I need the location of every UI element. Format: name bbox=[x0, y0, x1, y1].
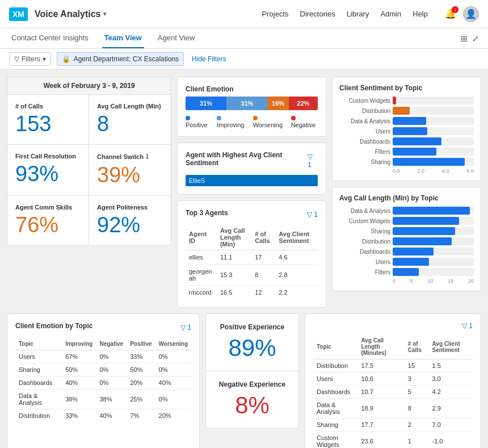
topic-2: Sharing bbox=[15, 363, 62, 376]
metric-avg-call-length: Avg Call Length (Min) 8 bbox=[89, 95, 171, 145]
bar-track-f bbox=[393, 148, 474, 156]
ts-len-5: 17.7 bbox=[357, 418, 404, 432]
metric-avg-call-label: Avg Call Length (Min) bbox=[97, 103, 163, 110]
emotion-bar: 31% 31% 16% 22% bbox=[186, 97, 318, 110]
ts-len-1: 17.5 bbox=[357, 359, 404, 372]
nav-help[interactable]: Help bbox=[413, 10, 428, 18]
notifications-bell[interactable]: 🔔 1 bbox=[445, 9, 456, 19]
subnav-team-view[interactable]: Team View bbox=[102, 28, 144, 48]
xm-logo: XM bbox=[9, 7, 28, 21]
nav-directories[interactable]: Directories bbox=[300, 10, 335, 18]
bar-label-da: Data & Analysis bbox=[339, 118, 390, 124]
bar-fill-sharing-call bbox=[393, 227, 455, 235]
grid-icon[interactable]: ⊞ bbox=[461, 34, 468, 43]
top-agents-header: Top 3 Agents ▽ 1 bbox=[186, 209, 318, 220]
table-row: Data & Analysis 38% 38% 25% 0% bbox=[15, 390, 191, 409]
bar-track-cw-call bbox=[393, 217, 474, 225]
legend-positive: Positive bbox=[186, 115, 210, 128]
bar-track-filters-call bbox=[393, 268, 474, 276]
topic-summary-filter[interactable]: ▽ 1 bbox=[462, 322, 473, 330]
bar-label-db-call: Dashboards bbox=[339, 249, 390, 255]
filter-funnel-icon: ▽ bbox=[14, 55, 19, 63]
top-dashboard: Week of February 3 - 9, 2019 # of Calls … bbox=[7, 77, 481, 308]
negative-exp-title: Negative Experience bbox=[215, 380, 289, 388]
bar-fill-u bbox=[393, 127, 427, 135]
subnav-contact-center[interactable]: Contact Center Insights bbox=[9, 28, 91, 48]
ts-sent-6: -1.0 bbox=[429, 432, 473, 449]
left-metrics-panel: Week of February 3 - 9, 2019 # of Calls … bbox=[7, 77, 171, 308]
middle-panel: Client Emotion 31% 31% 16% 22% Positive … bbox=[177, 77, 326, 308]
ts-col-avg-len: Avg Call Length (Minutes) bbox=[357, 334, 404, 359]
metric-calls-label: # of Calls bbox=[15, 103, 81, 110]
bar-fill-cw-call bbox=[393, 217, 459, 225]
nav-projects[interactable]: Projects bbox=[262, 10, 289, 18]
metric-politeness-value: 92% bbox=[97, 213, 163, 237]
bar-track-dist bbox=[393, 107, 474, 115]
bar-track-da bbox=[393, 117, 474, 125]
top-agents-card: Top 3 Agents ▽ 1 Agent ID Avg Call Lengt… bbox=[177, 200, 326, 308]
emotion-by-topic-filter[interactable]: ▽ 1 bbox=[180, 324, 191, 332]
sentiment-2: 2.8 bbox=[275, 265, 318, 286]
agent-sentiment-filter[interactable]: ▽ 1 bbox=[308, 153, 318, 169]
improving-5: 33% bbox=[62, 409, 96, 422]
metric-first-call-label: First Call Resolution bbox=[15, 153, 81, 160]
improving-3: 40% bbox=[62, 376, 96, 390]
ts-calls-5: 2 bbox=[405, 418, 429, 432]
bar-label-f: Filters bbox=[339, 149, 390, 155]
improving-4: 38% bbox=[62, 390, 96, 409]
bar-cw-call: Custom Widgets bbox=[339, 217, 474, 225]
improving-1: 67% bbox=[62, 350, 96, 363]
metric-channel-label: Channel Switch ℹ bbox=[97, 153, 163, 161]
avg-len-1: 11.1 bbox=[217, 250, 251, 265]
app-title-text: Voice Analytics bbox=[35, 9, 101, 19]
top-agents-filter[interactable]: ▽ 1 bbox=[307, 211, 318, 219]
bar-users: Users bbox=[339, 127, 474, 135]
negative-2: 0% bbox=[96, 363, 127, 376]
negative-4: 38% bbox=[96, 390, 127, 409]
bar-distribution: Distribution bbox=[339, 107, 474, 115]
metric-first-call: First Call Resolution 93% bbox=[7, 145, 89, 196]
nav-library[interactable]: Library bbox=[347, 10, 369, 18]
bar-custom-widgets: Custom Widgets bbox=[339, 97, 474, 104]
filter-bar: ▽ Filters ▾ 🔒 Agent Department: CX Escal… bbox=[0, 49, 488, 70]
avg-len-3: 16.5 bbox=[217, 286, 251, 300]
hide-filters-link[interactable]: Hide Filters bbox=[192, 55, 226, 63]
ts-len-2: 10.6 bbox=[357, 372, 404, 386]
col-improving: Improving bbox=[62, 338, 96, 350]
positive-4: 25% bbox=[127, 390, 155, 409]
user-avatar[interactable]: 👤 bbox=[463, 6, 479, 22]
metric-calls: # of Calls 153 bbox=[7, 95, 89, 145]
nav-admin[interactable]: Admin bbox=[380, 10, 401, 18]
table-row: Users 10.6 3 3.0 bbox=[313, 372, 473, 386]
bar-track-users-call bbox=[393, 258, 474, 266]
improving-2: 50% bbox=[62, 363, 96, 376]
filters-button[interactable]: ▽ Filters ▾ bbox=[9, 52, 51, 66]
metric-comm-skills: Agent Comm Skills 76% bbox=[7, 196, 89, 245]
bar-fill-da bbox=[393, 117, 426, 125]
ts-sent-1: 1.5 bbox=[429, 359, 473, 372]
bar-fill-db bbox=[393, 137, 441, 145]
subnav-agent-view[interactable]: Agent View bbox=[155, 28, 197, 48]
header-icons: 🔔 1 👤 bbox=[445, 6, 479, 22]
metric-comm-value: 76% bbox=[15, 213, 81, 237]
table-row: Distribution 17.5 15 1.5 bbox=[313, 359, 473, 372]
expand-icon[interactable]: ⤢ bbox=[472, 34, 479, 43]
worsening-1: 0% bbox=[155, 350, 191, 363]
worsening-3: 40% bbox=[155, 376, 191, 390]
bar-track-u bbox=[393, 127, 474, 135]
table-row: rmccord 16.5 12 2.2 bbox=[186, 286, 318, 300]
agent-id-2: georgen ah bbox=[186, 265, 217, 286]
ts-sent-5: 7.0 bbox=[429, 418, 473, 432]
emotion-improving: 31% bbox=[226, 97, 267, 110]
ts-col-topic: Topic bbox=[313, 334, 357, 359]
calls-2: 8 bbox=[251, 265, 275, 286]
bar-label-dist: Distribution bbox=[339, 108, 390, 114]
bar-dashboards: Dashboards bbox=[339, 137, 474, 145]
title-dropdown-arrow[interactable]: ▾ bbox=[103, 11, 106, 17]
info-icon: ℹ bbox=[146, 153, 149, 161]
positive-2: 50% bbox=[127, 363, 155, 376]
calls-3: 12 bbox=[251, 286, 275, 300]
client-emotion-title: Client Emotion bbox=[186, 85, 318, 93]
agent-id-3: rmccord bbox=[186, 286, 217, 300]
emotion-by-topic-header: Client Emotion by Topic ▽ 1 bbox=[15, 322, 191, 333]
